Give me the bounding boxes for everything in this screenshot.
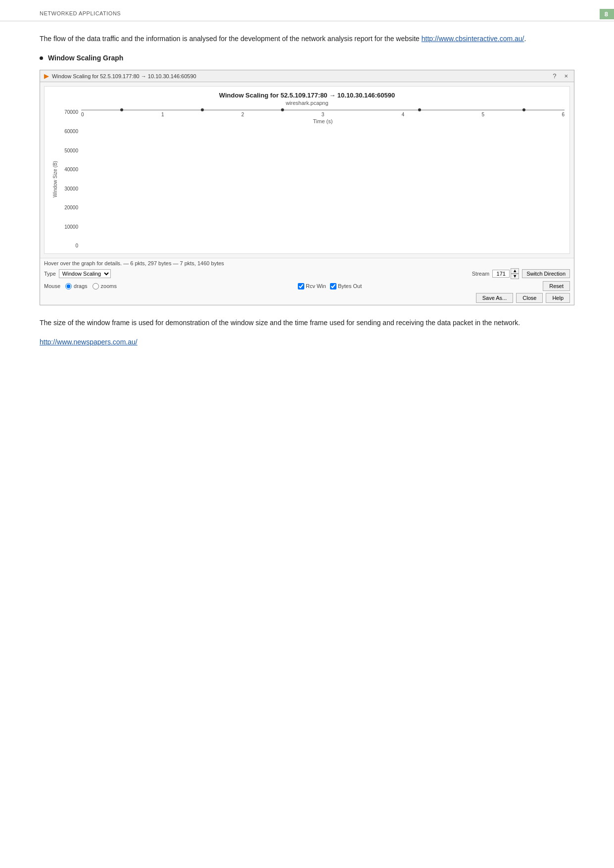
y-tick-50000: 50000	[60, 148, 80, 153]
bytes-out-label: Bytes Out	[330, 283, 362, 289]
post-link-para: http://www.newspapers.com.au/	[40, 337, 574, 347]
y-tick-30000: 30000	[60, 187, 80, 192]
stream-label: Stream	[472, 271, 489, 277]
intro-paragraph: The flow of the data traffic and the inf…	[40, 33, 574, 44]
switch-direction-button[interactable]: Switch Direction	[522, 269, 570, 278]
x-tick-3: 3	[322, 112, 325, 117]
controls-bar: Hover over the graph for details. — 6 pk…	[40, 258, 574, 305]
intro-text: The flow of the data traffic and the inf…	[40, 35, 422, 43]
x-tick-0: 0	[81, 112, 84, 117]
wireshark-window: ▶ Window Scaling for 52.5.109.177:80 → 1…	[40, 70, 574, 305]
wireshark-titlebar: ▶ Window Scaling for 52.5.109.177:80 → 1…	[40, 70, 574, 82]
help-button[interactable]: Help	[546, 293, 570, 303]
data-point-2	[201, 108, 204, 111]
y-tick-10000: 10000	[60, 225, 80, 230]
graph-title: Window Scaling for 52.5.109.177:80 → 10.…	[49, 92, 565, 99]
page-header: NETWORKED APPLICATIONS	[0, 0, 614, 21]
graph-subtitle: wireshark.pcapng	[49, 100, 565, 106]
data-point-4	[418, 108, 421, 111]
type-select[interactable]: Window Scaling	[59, 269, 111, 278]
x-tick-5: 5	[482, 112, 485, 117]
y-tick-40000: 40000	[60, 167, 80, 172]
gridline-h7	[82, 109, 565, 110]
titlebar-left: ▶ Window Scaling for 52.5.109.177:80 → 1…	[44, 72, 196, 80]
hover-info: Hover over the graph for details. — 6 pk…	[44, 260, 570, 266]
y-tick-0: 0	[60, 243, 80, 248]
x-tick-4: 4	[402, 112, 405, 117]
zooms-radio[interactable]	[93, 283, 99, 289]
drags-label: drags	[74, 283, 88, 289]
checkbox-section: Rcv Win Bytes Out	[298, 283, 362, 289]
graph-area: Window Scaling for 52.5.109.177:80 → 10.…	[44, 86, 570, 254]
drags-radio[interactable]	[65, 283, 72, 289]
data-point-3	[281, 108, 284, 111]
y-tick-70000: 70000	[60, 110, 80, 115]
type-label: Type	[44, 271, 56, 277]
page-number: 8	[600, 9, 614, 19]
mouse-label: Mouse	[44, 283, 60, 289]
y-axis-label: Window Size (B)	[49, 110, 59, 248]
chart-container: Window Size (B) 0 10000 20000 30000 4000…	[49, 110, 565, 248]
zooms-label: zooms	[101, 283, 117, 289]
titlebar-text: Window Scaling for 52.5.109.177:80 → 10.…	[52, 73, 196, 79]
close-button[interactable]: Close	[516, 293, 543, 303]
wireshark-icon: ▶	[44, 72, 49, 80]
bottom-buttons: Save As... Close Help	[44, 293, 570, 303]
bytes-out-checkbox[interactable]	[330, 283, 336, 289]
y-ticks: 0 10000 20000 30000 40000 50000 60000 70…	[60, 110, 80, 248]
rcv-win-checkbox[interactable]	[298, 283, 304, 289]
drags-radio-label: drags	[65, 283, 88, 289]
cbsinteractive-link[interactable]: http://www.cbsinteractive.com.au/	[422, 35, 524, 43]
stream-down-button[interactable]: ▼	[511, 274, 519, 279]
newspapers-link[interactable]: http://www.newspapers.com.au/	[40, 338, 138, 346]
save-as-button[interactable]: Save As...	[476, 293, 514, 303]
stream-up-button[interactable]: ▲	[511, 268, 519, 274]
bytes-out-text: Bytes Out	[338, 283, 362, 289]
titlebar-controls: ? ×	[551, 72, 570, 80]
section-heading: Window Scaling Graph	[40, 54, 574, 62]
x-tick-6: 6	[562, 112, 565, 117]
x-tick-2: 2	[241, 112, 244, 117]
data-point-1	[120, 108, 123, 111]
stream-section: Stream ▲ ▼ Switch Direction	[472, 268, 570, 279]
zooms-radio-label: zooms	[93, 283, 117, 289]
chart-inner	[81, 110, 565, 110]
post-paragraph1: The size of the window frame is used for…	[40, 317, 574, 328]
controls-row1: Type Window Scaling Stream ▲ ▼ Switch Di…	[44, 268, 570, 279]
section-title: Window Scaling Graph	[48, 54, 123, 62]
x-axis-label: Time (s)	[81, 118, 565, 124]
controls-row2: Mouse drags zooms Rcv Win	[44, 281, 570, 291]
x-ticks: 0 1 2 3 4 5 6	[81, 112, 565, 117]
y-tick-60000: 60000	[60, 129, 80, 134]
rcv-win-label: Rcv Win	[298, 283, 326, 289]
reset-section: Reset	[543, 281, 570, 291]
stream-input[interactable]	[492, 270, 510, 278]
bullet-point	[40, 56, 43, 60]
close-icon[interactable]: ×	[562, 72, 570, 80]
mouse-section: Mouse drags zooms	[44, 283, 117, 289]
data-point-5	[522, 108, 525, 111]
x-tick-1: 1	[161, 112, 164, 117]
rcv-win-text: Rcv Win	[306, 283, 326, 289]
type-section: Type Window Scaling	[44, 269, 111, 278]
header-label: NETWORKED APPLICATIONS	[40, 10, 121, 16]
main-content: The flow of the data traffic and the inf…	[0, 33, 614, 347]
reset-button[interactable]: Reset	[543, 281, 570, 291]
y-tick-20000: 20000	[60, 205, 80, 210]
help-icon[interactable]: ?	[551, 72, 558, 80]
